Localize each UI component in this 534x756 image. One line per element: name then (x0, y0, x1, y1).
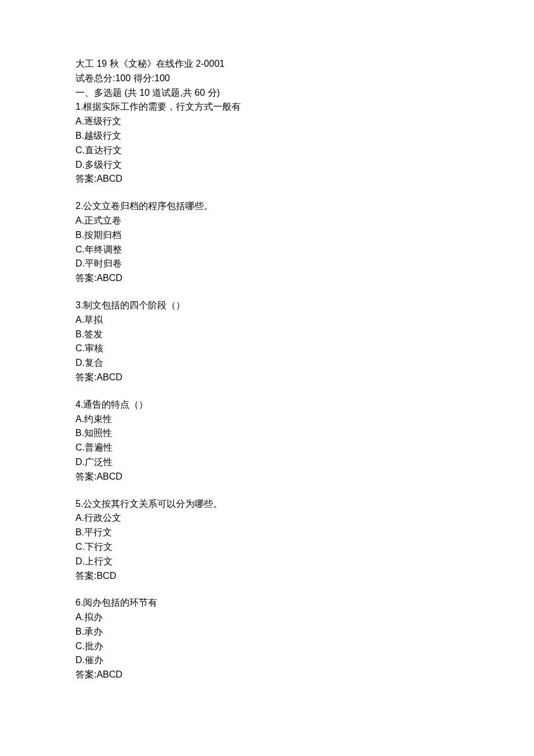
option-a: A.行政公文 (75, 511, 459, 525)
option-c: C.审核 (75, 341, 459, 356)
exam-title: 大工 19 秋《文秘》在线作业 2-0001 (75, 57, 459, 71)
option-a: A.拟办 (75, 610, 459, 625)
question-text: 2.公文立卷归档的程序包括哪些。 (75, 199, 459, 214)
question-block: 4.通告的特点（） A.约束性 B.知照性 C.普遍性 D.广泛性 答案:ABC… (75, 398, 459, 484)
option-c: C.批办 (75, 639, 459, 654)
option-a: A.逐级行文 (75, 114, 459, 129)
option-a: A.草拟 (75, 313, 459, 327)
document-page: 大工 19 秋《文秘》在线作业 2-0001 试卷总分:100 得分:100 一… (0, 0, 534, 756)
question-block: 5.公文按其行文关系可以分为哪些。 A.行政公文 B.平行文 C.下行文 D.上… (75, 497, 459, 584)
option-a: A.正式立卷 (75, 214, 459, 228)
option-b: B.签发 (75, 327, 459, 342)
option-c: C.年终调整 (75, 243, 459, 257)
option-c: C.下行文 (75, 540, 459, 555)
answer-line: 答案:ABCD (75, 470, 459, 484)
question-text: 5.公文按其行文关系可以分为哪些。 (75, 497, 459, 512)
option-b: B.承办 (75, 625, 459, 639)
option-d: D.上行文 (75, 555, 459, 569)
question-text: 6.阅办包括的环节有 (75, 596, 459, 610)
question-block: 6.阅办包括的环节有 A.拟办 B.承办 C.批办 D.催办 答案:ABCD (75, 596, 459, 682)
option-b: B.越级行文 (75, 129, 459, 143)
option-c: C.普遍性 (75, 441, 459, 455)
question-text: 3.制文包括的四个阶段（） (75, 298, 459, 313)
option-d: D.复合 (75, 356, 459, 370)
question-block: 2.公文立卷归档的程序包括哪些。 A.正式立卷 B.按期归档 C.年终调整 D.… (75, 199, 459, 286)
option-b: B.知照性 (75, 426, 459, 441)
option-d: D.平时归卷 (75, 257, 459, 271)
option-c: C.直达行文 (75, 143, 459, 158)
question-block: 1.根据实际工作的需要，行文方式一般有 A.逐级行文 B.越级行文 C.直达行文… (75, 100, 459, 186)
answer-line: 答案:ABCD (75, 172, 459, 186)
answer-line: 答案:BCD (75, 569, 459, 584)
option-b: B.平行文 (75, 525, 459, 540)
question-block: 3.制文包括的四个阶段（） A.草拟 B.签发 C.审核 D.复合 答案:ABC… (75, 298, 459, 385)
option-a: A.约束性 (75, 412, 459, 427)
answer-line: 答案:ABCD (75, 271, 459, 286)
option-d: D.多级行文 (75, 158, 459, 172)
section-heading: 一、多选题 (共 10 道试题,共 60 分) (75, 86, 459, 100)
option-b: B.按期归档 (75, 228, 459, 243)
answer-line: 答案:ABCD (75, 370, 459, 385)
question-text: 4.通告的特点（） (75, 398, 459, 412)
question-text: 1.根据实际工作的需要，行文方式一般有 (75, 100, 459, 114)
option-d: D.广泛性 (75, 455, 459, 470)
answer-line: 答案:ABCD (75, 668, 459, 682)
option-d: D.催办 (75, 653, 459, 668)
score-line: 试卷总分:100 得分:100 (75, 71, 459, 86)
